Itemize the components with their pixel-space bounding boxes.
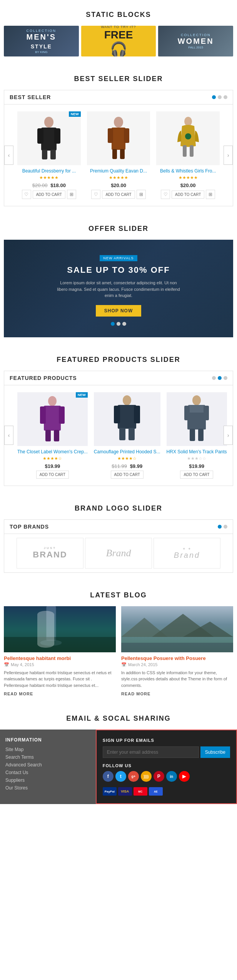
featured-prev-arrow[interactable]: ‹ [4, 426, 13, 445]
linkedin-icon[interactable]: in [166, 771, 177, 782]
latest-blog-section: LATEST BLOG [0, 580, 237, 704]
add-to-cart-button[interactable]: ADD TO CART [180, 471, 213, 479]
footer-info: INFORMATION Site Map Search Terms Advanc… [0, 730, 96, 804]
compare-button[interactable]: ⊞ [137, 190, 146, 199]
brand-header-title: TOP BRANDS [10, 524, 49, 530]
women-label: WOMEN [178, 37, 214, 46]
pinterest-icon[interactable]: P [154, 771, 164, 782]
blog-date-2: 📅 March 24, 2015 [121, 662, 233, 667]
our-stores-link[interactable]: Our Stores [5, 785, 28, 791]
svg-rect-13 [183, 145, 187, 157]
brand-dot-2 [224, 525, 227, 529]
product-name: Camouflage Printed Hooded S... [94, 449, 160, 454]
brand-logo-item[interactable]: Brand [85, 538, 152, 569]
best-seller-next-arrow[interactable]: › [224, 146, 233, 165]
svg-rect-24 [114, 406, 120, 423]
read-more-link-2[interactable]: READ MORE [121, 691, 233, 696]
free-block[interactable]: WANT TO TRY IT? FREE 🎧 [81, 26, 156, 56]
add-to-cart-button[interactable]: ADD TO CART [102, 191, 135, 199]
svg-rect-7 [112, 128, 125, 150]
svg-rect-26 [119, 428, 125, 440]
mountains-icon [121, 606, 233, 652]
add-to-cart-button[interactable]: ADD TO CART [33, 191, 65, 199]
google-plus-icon[interactable]: g+ [128, 771, 139, 782]
best-seller-prev-arrow[interactable]: ‹ [4, 146, 13, 165]
subscribe-button[interactable]: Subscribe [200, 746, 230, 758]
wishlist-button[interactable]: ♡ [22, 190, 31, 199]
product-stars: ★★★★★ [87, 175, 150, 180]
email-input[interactable] [103, 746, 199, 758]
free-sub: WANT TO TRY IT? [101, 26, 136, 29]
best-seller-title: BEST SELLER SLIDER [0, 64, 237, 90]
featured-dot-1 [212, 376, 216, 380]
product-card: NEW Beautiful Dressberry for ... ★★★★★ [16, 108, 82, 202]
new-badge: NEW [69, 111, 81, 117]
read-more-link-1[interactable]: READ MORE [4, 691, 116, 696]
twitter-icon[interactable]: t [115, 771, 126, 782]
product-card: HRX Solid Men's Track Pants ★★★☆☆ $19.99… [165, 389, 229, 482]
facebook-icon[interactable]: f [103, 771, 113, 782]
price-new: $19.99 [45, 463, 60, 469]
featured-products-row: NEW The Closet Label Women's Crep... ★★★… [8, 389, 229, 482]
svg-rect-11 [120, 149, 125, 159]
product-figure-icon [173, 115, 204, 161]
add-to-cart-button[interactable]: ADD TO CART [172, 191, 204, 199]
women-sub-label: COLLECTION [178, 33, 214, 37]
wishlist-button[interactable]: ♡ [91, 190, 100, 199]
product-stars: ★★★★☆ [94, 456, 160, 461]
add-to-cart-button[interactable]: ADD TO CART [111, 471, 144, 479]
brand-logos-row: JUST BRAND Brand ✦ ✦ Brand [8, 538, 229, 569]
payment-icons: PayPal VISA MC AE [103, 787, 230, 796]
product-actions: ADD TO CART [17, 471, 88, 479]
featured-products-title: FEATURED PRODUCTS SLIDER [0, 345, 237, 371]
men-block[interactable]: COLLECTION MEN'SSTYLE BY KING [4, 26, 79, 56]
calendar-icon-2: 📅 [121, 662, 127, 667]
youtube-icon[interactable]: ▶ [179, 771, 190, 782]
brand-logo-item[interactable]: JUST BRAND [17, 538, 83, 569]
waterfall-icon [4, 606, 116, 652]
sitemap-link[interactable]: Site Map [5, 747, 23, 752]
footer-email-signup: SIGN UP FOR EMAILS Subscribe FOLLOW US f… [96, 730, 237, 804]
static-blocks-section: STATIC BLOCKS COLLECTION MEN'SSTYLE BY K… [0, 0, 237, 64]
search-terms-link[interactable]: Search Terms [5, 754, 34, 760]
featured-next-arrow[interactable]: › [224, 426, 233, 445]
svg-rect-9 [124, 128, 129, 143]
women-block[interactable]: COLLECTION WOMEN FALL 2015 [158, 26, 233, 56]
brand-stars: ✦ ✦ [174, 547, 200, 551]
list-item: Suppliers [5, 777, 90, 783]
brand-logo-item[interactable]: ✦ ✦ Brand [154, 538, 220, 569]
list-item: Contact Us [5, 769, 90, 775]
compare-button[interactable]: ⊞ [67, 190, 76, 199]
brand-header: TOP BRANDS [4, 519, 233, 534]
advanced-search-link[interactable]: Advanced Search [5, 762, 42, 768]
offer-banner: NEW ARRIVALS SALE UP TO 30% OFF Lorem ip… [4, 240, 233, 337]
svg-rect-33 [190, 429, 195, 441]
email-form: Subscribe [103, 746, 230, 758]
product-name: Premium Quality Eavan D... [87, 168, 150, 174]
compare-button[interactable]: ⊞ [206, 190, 215, 199]
brand-logo-section: BRAND LOGO SLIDER TOP BRANDS JUST BRAND … [0, 494, 237, 580]
blog-excerpt-1: Pellentesque habitant morbi tristique se… [4, 670, 116, 689]
product-stars: ★★★★★ [156, 175, 220, 180]
best-seller-header-title: BEST SELLER [10, 94, 51, 100]
women-by: FALL 2015 [178, 46, 214, 49]
contact-link[interactable]: Contact Us [5, 770, 28, 775]
rss-icon[interactable]: )))) [141, 771, 152, 782]
best-seller-slider: BEST SELLER ‹ NEW [0, 90, 237, 214]
list-item: Advanced Search [5, 762, 90, 768]
wishlist-button[interactable]: ♡ [161, 190, 170, 199]
add-to-cart-button[interactable]: ADD TO CART [36, 471, 69, 479]
suppliers-link[interactable]: Suppliers [5, 778, 25, 783]
blog-image-2 [121, 606, 233, 652]
product-image [94, 392, 160, 446]
svg-rect-32 [204, 406, 209, 420]
featured-products-container: ‹ NEW The Close [4, 385, 233, 486]
men-sub-label: COLLECTION [27, 29, 57, 33]
price-old: $11.99 [112, 463, 127, 469]
svg-point-0 [44, 117, 53, 128]
svg-rect-8 [108, 128, 113, 143]
new-arrivals-badge: NEW ARRIVALS [100, 255, 138, 261]
product-card: NEW The Closet Label Women's Crep... ★★★… [16, 389, 89, 482]
brand-logo-2: Brand [106, 547, 131, 559]
shop-now-button[interactable]: SHOP NOW [96, 305, 141, 317]
